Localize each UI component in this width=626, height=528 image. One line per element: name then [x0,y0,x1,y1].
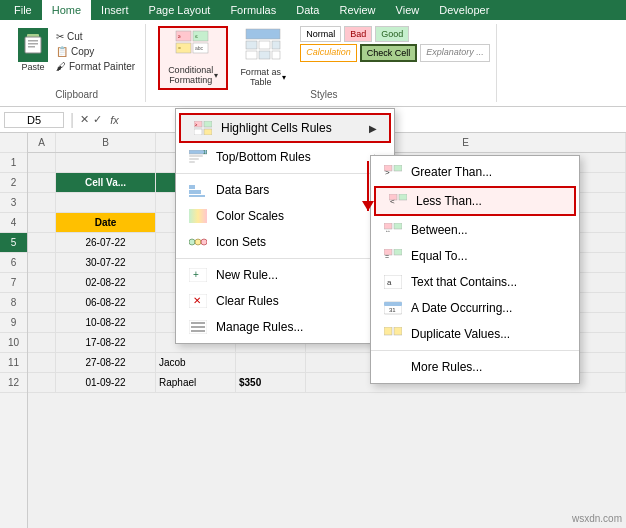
tab-home[interactable]: Home [42,0,91,20]
conditional-formatting-button[interactable]: ≥ ≤ = abc ConditionalFormatting ▾ [158,26,228,90]
conditional-formatting-label: ConditionalFormatting [168,66,213,86]
sub-menu-item-text-contains[interactable]: a Text that Contains... [371,269,579,295]
cell-a12[interactable] [28,373,56,393]
menu-item-top-bottom[interactable]: 10 Top/Bottom Rules ▶ [176,144,394,170]
cancel-button[interactable]: ✕ [80,113,89,126]
cell-b2[interactable]: Cell Va... [56,173,156,193]
cell-b6[interactable]: 30-07-22 [56,253,156,273]
color-scales-icon [188,208,208,224]
cell-c11[interactable]: Jacob [156,353,236,373]
cell-a4[interactable] [28,213,56,233]
cell-b9[interactable]: 10-08-22 [56,313,156,333]
cell-b5[interactable]: 26-07-22 [56,233,156,253]
cell-b1[interactable] [56,153,156,173]
cell-b12[interactable]: 01-09-22 [56,373,156,393]
cell-a1[interactable] [28,153,56,173]
format-as-table-button[interactable]: Format asTable ▾ [232,26,294,90]
top-bottom-icon: 10 [188,149,208,165]
cell-b8[interactable]: 06-08-22 [56,293,156,313]
sub-menu-item-between[interactable]: ↔ Between... [371,217,579,243]
icon-sets-label: Icon Sets [216,235,366,249]
sub-menu-item-duplicate[interactable]: Duplicate Values... [371,321,579,347]
paste-button[interactable]: Paste [16,26,50,74]
row-header-2[interactable]: 2 [0,173,27,193]
cell-b4[interactable]: Date [56,213,156,233]
cell-a3[interactable] [28,193,56,213]
tab-data[interactable]: Data [286,0,329,20]
tab-review[interactable]: Review [329,0,385,20]
cell-a6[interactable] [28,253,56,273]
svg-point-35 [195,239,201,245]
data-bars-icon [188,182,208,198]
menu-item-new-rule[interactable]: + New Rule... [176,262,394,288]
sub-menu-item-more-rules[interactable]: More Rules... [371,354,579,380]
col-header-spacer [0,133,27,153]
col-header-b[interactable]: B [56,133,156,152]
tab-file[interactable]: File [4,0,42,20]
svg-text:abc: abc [195,45,204,51]
cell-a11[interactable] [28,353,56,373]
svg-rect-15 [259,41,270,49]
row-header-9[interactable]: 9 [0,313,27,333]
cell-a10[interactable] [28,333,56,353]
copy-button[interactable]: 📋 Copy [54,45,137,58]
svg-rect-14 [246,41,257,49]
format-painter-label: Format Painter [69,61,135,72]
cell-c12[interactable]: Raphael [156,373,236,393]
menu-item-data-bars[interactable]: Data Bars ▶ [176,177,394,203]
sub-menu-item-less-than[interactable]: < Less Than... [374,186,576,216]
cell-a5[interactable] [28,233,56,253]
cell-b11[interactable]: 27-08-22 [56,353,156,373]
row-header-5[interactable]: 5 [0,233,27,253]
row-header-1[interactable]: 1 [0,153,27,173]
cell-a7[interactable] [28,273,56,293]
col-header-a[interactable]: A [28,133,56,152]
cell-a9[interactable] [28,313,56,333]
row-header-10[interactable]: 10 [0,333,27,353]
sub-menu-item-date-occurring[interactable]: 31 A Date Occurring... [371,295,579,321]
clipboard-label: Clipboard [55,89,98,100]
row-header-6[interactable]: 6 [0,253,27,273]
format-painter-button[interactable]: 🖌 Format Painter [54,60,137,73]
tab-insert[interactable]: Insert [91,0,139,20]
row-header-12[interactable]: 12 [0,373,27,393]
cell-a8[interactable] [28,293,56,313]
manage-rules-icon [188,319,208,335]
cell-a2[interactable] [28,173,56,193]
sub-menu-item-greater-than[interactable]: > Greater Than... [371,159,579,185]
highlight-cells-icon: ≥ [193,120,213,136]
style-check-cell[interactable]: Check Cell [360,44,418,62]
cut-button[interactable]: ✂ Cut [54,30,137,43]
svg-rect-21 [204,121,212,127]
menu-item-color-scales[interactable]: Color Scales ▶ [176,203,394,229]
row-header-7[interactable]: 7 [0,273,27,293]
confirm-button[interactable]: ✓ [93,113,102,126]
sub-menu-item-equal-to[interactable]: = Equal To... [371,243,579,269]
data-bars-label: Data Bars [216,183,366,197]
cell-b10[interactable]: 17-08-22 [56,333,156,353]
tab-developer[interactable]: Developer [429,0,499,20]
highlight-cells-arrow: ▶ [369,123,377,134]
cell-d12[interactable]: $350 [236,373,306,393]
row-header-11[interactable]: 11 [0,353,27,373]
cell-b3[interactable] [56,193,156,213]
style-bad[interactable]: Bad [344,26,372,42]
row-header-8[interactable]: 8 [0,293,27,313]
cell-d11[interactable] [236,353,306,373]
style-calculation[interactable]: Calculation [300,44,357,62]
cell-b7[interactable]: 02-08-22 [56,273,156,293]
tab-formulas[interactable]: Formulas [220,0,286,20]
style-good[interactable]: Good [375,26,409,42]
style-normal[interactable]: Normal [300,26,341,42]
menu-item-clear-rules[interactable]: ✕ Clear Rules ▶ [176,288,394,314]
format-table-icon [245,28,281,68]
menu-item-highlight-cells[interactable]: ≥ Highlight Cells Rules ▶ [179,113,391,143]
row-header-3[interactable]: 3 [0,193,27,213]
menu-item-icon-sets[interactable]: Icon Sets ▶ [176,229,394,255]
tab-page-layout[interactable]: Page Layout [139,0,221,20]
row-header-4[interactable]: 4 [0,213,27,233]
style-explanatory[interactable]: Explanatory ... [420,44,490,62]
tab-view[interactable]: View [386,0,430,20]
menu-item-manage-rules[interactable]: Manage Rules... [176,314,394,340]
cell-reference-input[interactable] [4,112,64,128]
